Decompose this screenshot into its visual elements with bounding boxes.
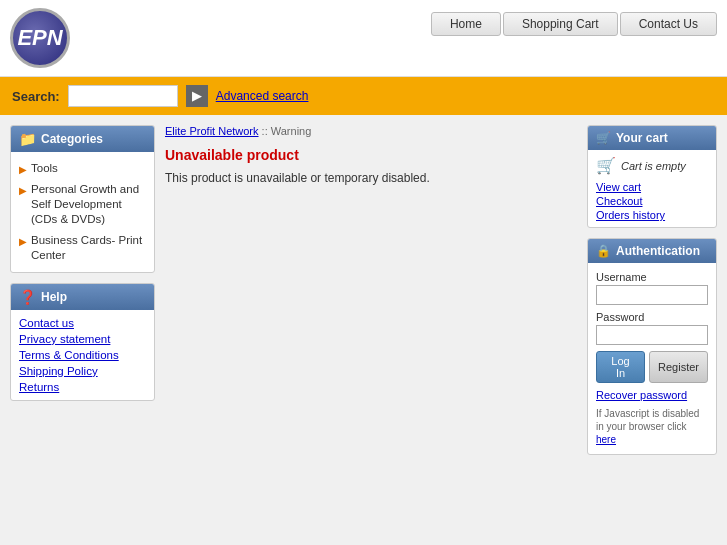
advanced-search-link[interactable]: Advanced search [216, 89, 309, 103]
username-input[interactable] [596, 285, 708, 305]
help-terms-link[interactable]: Terms & Conditions [19, 348, 146, 362]
category-item-personal-growth[interactable]: ▶ Personal Growth and Self Development (… [11, 179, 154, 230]
arrow-icon-personal: ▶ [19, 184, 27, 197]
login-button[interactable]: Log In [596, 351, 645, 383]
left-sidebar: 📁 Categories ▶ Tools ▶ Personal Growth a… [10, 125, 155, 535]
search-icon: ▶ [192, 89, 201, 103]
categories-section: 📁 Categories ▶ Tools ▶ Personal Growth a… [10, 125, 155, 273]
help-icon: ❓ [19, 289, 36, 305]
recover-password-link[interactable]: Recover password [596, 389, 708, 401]
help-contact-link[interactable]: Contact us [19, 316, 146, 330]
help-privacy-link[interactable]: Privacy statement [19, 332, 146, 346]
folder-icon: 📁 [19, 131, 36, 147]
arrow-icon-tools: ▶ [19, 163, 27, 176]
js-here-link[interactable]: here [596, 434, 616, 445]
search-bar: Search: ▶ Advanced search [0, 77, 727, 115]
cart-empty-text: Cart is empty [621, 160, 686, 172]
breadcrumb-separator: :: [259, 125, 271, 137]
js-notice-text: If Javascript is disabled in your browse… [596, 408, 699, 432]
nav-buttons: Home Shopping Cart Contact Us [431, 12, 717, 36]
header: EPN Home Shopping Cart Contact Us [0, 0, 727, 77]
cart-title: Your cart [616, 131, 668, 145]
cart-empty-row: 🛒 Cart is empty [596, 156, 708, 175]
password-input[interactable] [596, 325, 708, 345]
auth-buttons: Log In Register [596, 351, 708, 383]
categories-items: ▶ Tools ▶ Personal Growth and Self Devel… [11, 152, 154, 272]
auth-header: 🔒 Authentication [588, 239, 716, 263]
js-notice: If Javascript is disabled in your browse… [596, 407, 708, 446]
help-shipping-link[interactable]: Shipping Policy [19, 364, 146, 378]
logo-area: EPN [10, 8, 70, 68]
logo-text: EPN [17, 25, 62, 51]
auth-title: Authentication [616, 244, 700, 258]
password-label: Password [596, 311, 708, 323]
categories-title: Categories [41, 132, 103, 146]
help-header: ❓ Help [11, 284, 154, 310]
register-button[interactable]: Register [649, 351, 708, 383]
right-sidebar: 🛒 Your cart 🛒 Cart is empty View cart Ch… [587, 125, 717, 535]
category-label-tools: Tools [31, 161, 58, 176]
cart-body: 🛒 Cart is empty View cart Checkout Order… [588, 150, 716, 227]
breadcrumb: Elite Profit Network :: Warning [165, 125, 577, 137]
home-button[interactable]: Home [431, 12, 501, 36]
arrow-icon-business: ▶ [19, 235, 27, 248]
auth-body: Username Password Log In Register Recove… [588, 263, 716, 454]
help-title: Help [41, 290, 67, 304]
breadcrumb-current: Warning [271, 125, 312, 137]
logo: EPN [10, 8, 70, 68]
auth-section: 🔒 Authentication Username Password Log I… [587, 238, 717, 455]
cart-links: View cart Checkout Orders history [596, 181, 708, 221]
category-item-tools[interactable]: ▶ Tools [11, 158, 154, 179]
unavailable-title: Unavailable product [165, 147, 577, 163]
cart-header-icon: 🛒 [596, 131, 611, 145]
shopping-cart-button[interactable]: Shopping Cart [503, 12, 618, 36]
username-label: Username [596, 271, 708, 283]
help-section: ❓ Help Contact us Privacy statement Term… [10, 283, 155, 401]
search-button[interactable]: ▶ [186, 85, 208, 107]
category-label-business: Business Cards- Print Center [31, 233, 146, 263]
cart-icon: 🛒 [596, 156, 616, 175]
cart-header: 🛒 Your cart [588, 126, 716, 150]
view-cart-link[interactable]: View cart [596, 181, 708, 193]
categories-header: 📁 Categories [11, 126, 154, 152]
cart-section: 🛒 Your cart 🛒 Cart is empty View cart Ch… [587, 125, 717, 228]
checkout-link[interactable]: Checkout [596, 195, 708, 207]
help-items: Contact us Privacy statement Terms & Con… [11, 310, 154, 400]
category-label-personal: Personal Growth and Self Development (CD… [31, 182, 146, 227]
category-item-business-cards[interactable]: ▶ Business Cards- Print Center [11, 230, 154, 266]
help-returns-link[interactable]: Returns [19, 380, 146, 394]
search-label: Search: [12, 89, 60, 104]
lock-icon: 🔒 [596, 244, 611, 258]
breadcrumb-site-link[interactable]: Elite Profit Network [165, 125, 259, 137]
main-layout: 📁 Categories ▶ Tools ▶ Personal Growth a… [0, 115, 727, 545]
search-input[interactable] [68, 85, 178, 107]
unavailable-text: This product is unavailable or temporary… [165, 171, 577, 185]
center-content: Elite Profit Network :: Warning Unavaila… [155, 125, 587, 535]
orders-history-link[interactable]: Orders history [596, 209, 708, 221]
contact-us-button[interactable]: Contact Us [620, 12, 717, 36]
